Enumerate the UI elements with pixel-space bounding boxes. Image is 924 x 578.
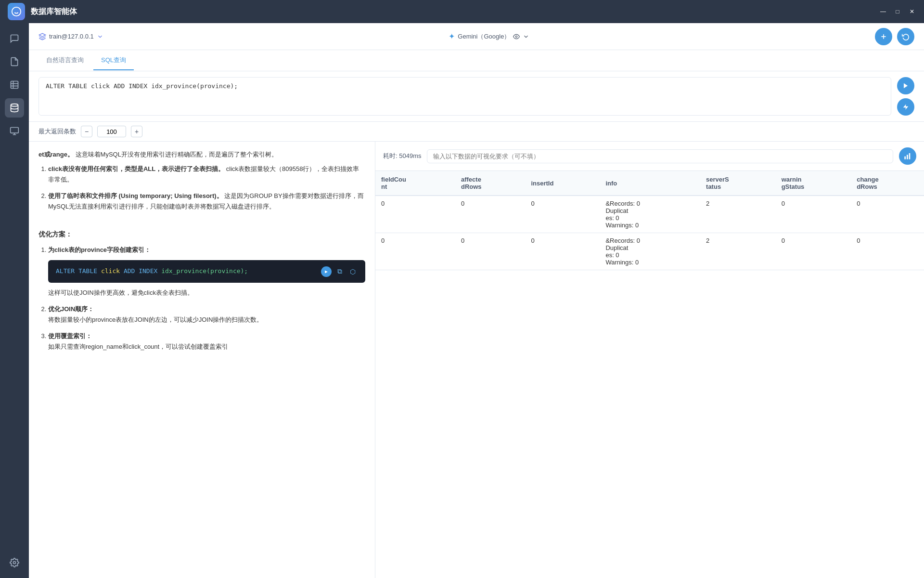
svg-point-7 — [11, 104, 18, 106]
optimization-list: 为click表的province字段创建索引： ALTER TABLE clic… — [38, 245, 365, 352]
analysis-highlight-range: et或range。 — [38, 151, 74, 158]
app-title: 数据库智能体 — [31, 7, 879, 17]
tabs-bar: 自然语言查询 SQL查询 — [29, 50, 924, 71]
analysis-panel: et或range。 这意味着MySQL开没有使用索引进行精确匹配，而是遍历了整个… — [29, 142, 375, 578]
close-button[interactable]: ✕ — [908, 7, 916, 16]
top-bar: train@127.0.0.1 ✦ Gemini（Google） — [29, 23, 924, 50]
sidebar-chat-btn[interactable] — [5, 29, 24, 48]
col-serverstatus: serverStatus — [700, 171, 776, 196]
db-selector-label: train@127.0.0.1 — [49, 33, 94, 40]
cell-warningstatus-1: 0 — [776, 196, 851, 233]
sidebar-monitor-btn[interactable] — [5, 121, 24, 141]
svg-rect-8 — [11, 128, 19, 133]
cell-fieldcount-1: 0 — [375, 196, 455, 233]
cell-insertid-1: 0 — [525, 196, 600, 233]
cell-affectedrows-1: 0 — [455, 196, 525, 233]
gemini-badge: ✦ Gemini（Google） — [449, 32, 529, 41]
svg-point-0 — [12, 7, 21, 16]
cell-warningstatus-2: 0 — [776, 233, 851, 270]
analysis-intro: et或range。 这意味着MySQL开没有使用索引进行精确匹配，而是遍历了整个… — [38, 149, 365, 160]
sidebar — [0, 23, 29, 578]
code-run-button[interactable]: ▶ — [321, 266, 332, 277]
col-fieldcount: fieldCount — [375, 171, 455, 196]
col-info: info — [600, 171, 700, 196]
increment-count-button[interactable]: + — [131, 126, 142, 137]
run-sql-button[interactable] — [897, 77, 914, 94]
refresh-button[interactable] — [897, 28, 914, 45]
cell-serverstatus-2: 2 — [700, 233, 776, 270]
code-block-1: ALTER TABLE click ADD INDEX idx_province… — [48, 260, 365, 282]
svg-marker-15 — [904, 83, 908, 89]
results-table: fieldCount affectedRows insertId info se… — [375, 171, 924, 270]
optimization-section-title: 优化方案： — [38, 229, 365, 240]
results-header: 耗时: 5049ms — [375, 142, 924, 171]
sql-textarea[interactable] — [38, 77, 891, 116]
gemini-label: Gemini（Google） — [458, 32, 510, 41]
svg-rect-17 — [904, 157, 906, 159]
cell-changedrows-1: 0 — [851, 196, 924, 233]
opt-item-1: 为click表的province字段创建索引： ALTER TABLE clic… — [48, 245, 365, 298]
count-input[interactable] — [97, 126, 126, 137]
svg-rect-18 — [907, 155, 908, 159]
return-count-bar: 最大返回条数 − + — [29, 122, 924, 142]
col-insertid: insertId — [525, 171, 600, 196]
results-panel: 耗时: 5049ms — [375, 142, 924, 578]
tab-natural-language[interactable]: 自然语言查询 — [38, 51, 91, 70]
minimize-button[interactable]: — — [879, 7, 887, 16]
db-selector[interactable]: train@127.0.0.1 — [38, 33, 103, 40]
opt-item-2: 优化JOIN顺序： 将数据量较小的province表放在JOIN的左边，可以减少… — [48, 304, 365, 325]
sidebar-database-btn[interactable] — [5, 98, 24, 118]
table-row: 0 0 0 &Records: 0Duplicates: 0Warnings: … — [375, 196, 924, 233]
code-share-button[interactable]: ⬡ — [348, 267, 358, 276]
analysis-list: click表没有使用任何索引，类型是ALL，表示进行了全表扫描。 click表数… — [38, 164, 365, 212]
maximize-button[interactable]: □ — [893, 7, 902, 16]
sidebar-document-btn[interactable] — [5, 52, 24, 71]
viz-button[interactable] — [899, 147, 916, 165]
table-header-row: fieldCount affectedRows insertId info se… — [375, 171, 924, 196]
cell-changedrows-2: 0 — [851, 233, 924, 270]
opt-item-3: 使用覆盖索引： 如果只需查询region_name和click_count，可以… — [48, 331, 365, 352]
col-changedrows: changedRows — [851, 171, 924, 196]
svg-rect-19 — [909, 153, 911, 159]
analysis-item-2: 使用了临时表和文件排序 (Using temporary; Using file… — [48, 191, 365, 212]
col-affectedrows: affectedRows — [455, 171, 525, 196]
col-warningstatus: warningStatus — [776, 171, 851, 196]
table-row: 0 0 0 &Records: 0Duplicates: 0Warnings: … — [375, 233, 924, 270]
sidebar-settings-btn[interactable] — [5, 553, 24, 572]
title-bar: 数据库智能体 — □ ✕ — [0, 0, 924, 23]
elapsed-time: 耗时: 5049ms — [383, 152, 421, 160]
results-table-wrapper: fieldCount affectedRows insertId info se… — [375, 171, 924, 578]
svg-point-12 — [516, 36, 518, 38]
cell-info-2: &Records: 0Duplicates: 0Warnings: 0 — [600, 233, 700, 270]
svg-marker-16 — [903, 104, 909, 110]
decrement-count-button[interactable]: − — [81, 126, 92, 137]
cell-serverstatus-1: 2 — [700, 196, 776, 233]
analysis-item-1: click表没有使用任何索引，类型是ALL，表示进行了全表扫描。 click表数… — [48, 164, 365, 185]
lightning-button[interactable] — [897, 98, 914, 116]
cell-fieldcount-2: 0 — [375, 233, 455, 270]
return-count-label: 最大返回条数 — [38, 127, 76, 136]
add-button[interactable] — [875, 28, 892, 45]
cell-insertid-2: 0 — [525, 233, 600, 270]
window-controls: — □ ✕ — [879, 7, 916, 16]
cell-info-1: &Records: 0Duplicates: 0Warnings: 0 — [600, 196, 700, 233]
sidebar-table-btn[interactable] — [5, 75, 24, 94]
gemini-star-icon: ✦ — [449, 32, 455, 41]
svg-rect-3 — [11, 81, 18, 89]
code-copy-button[interactable]: ⧉ — [335, 266, 344, 276]
svg-point-11 — [13, 562, 16, 564]
app-logo — [8, 3, 25, 20]
sql-input-area — [29, 71, 924, 122]
viz-input[interactable] — [427, 149, 893, 163]
cell-affectedrows-2: 0 — [455, 233, 525, 270]
tab-sql[interactable]: SQL查询 — [93, 51, 134, 70]
